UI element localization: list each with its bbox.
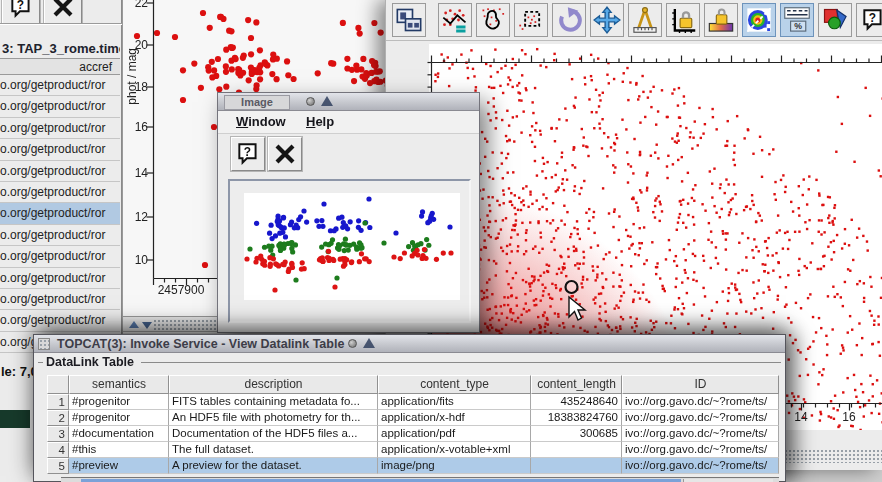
- column-header-id[interactable]: ID: [622, 375, 779, 394]
- table-row[interactable]: o.org/getproduct/ror: [0, 96, 120, 117]
- lock-gradient-button[interactable]: [704, 3, 738, 37]
- table-title: 3: TAP_3_rome.time_: [2, 41, 120, 56]
- help-bubble-button[interactable]: ?: [856, 3, 882, 37]
- cell-content_type[interactable]: application/x-votable+xml: [378, 442, 531, 458]
- cell-semantics[interactable]: #preview: [69, 458, 169, 474]
- cell-description[interactable]: An HDF5 file with photometry for th...: [169, 410, 378, 426]
- y-tick-label: 22: [124, 0, 148, 10]
- close-x-icon: [51, 0, 75, 19]
- cell-id[interactable]: ivo://org.gavo.dc/~?rome/ts/: [622, 458, 779, 474]
- column-header-content_type[interactable]: content_type: [378, 375, 531, 394]
- table-row[interactable]: o.org/getproduct/ror: [0, 161, 120, 182]
- scrollbar-track[interactable]: [784, 449, 882, 463]
- cell-content_type[interactable]: application/pdf: [378, 426, 531, 442]
- menu-window[interactable]: Window: [236, 114, 286, 129]
- row-number: 4: [47, 442, 69, 458]
- column-header-content_length[interactable]: content_length: [531, 375, 622, 394]
- table-row[interactable]: o.org/getproduct/ror: [0, 75, 120, 96]
- column-header-description[interactable]: description: [169, 375, 378, 394]
- column-header-semantics[interactable]: semantics: [69, 375, 169, 394]
- shapes-export-button[interactable]: [818, 3, 852, 37]
- measure-button[interactable]: [628, 3, 662, 37]
- cell-description[interactable]: A preview for the dataset.: [169, 458, 378, 474]
- row-number: 1: [47, 394, 69, 410]
- y-tick-label: 14: [124, 166, 148, 180]
- box-select-button[interactable]: [514, 3, 548, 37]
- window-raise-icon[interactable]: [321, 96, 333, 106]
- heatmap-mode-button[interactable]: [742, 3, 776, 37]
- window-menu-icon[interactable]: [38, 338, 50, 350]
- group-box-label: DataLink Table: [46, 355, 134, 369]
- close-button[interactable]: [44, 0, 82, 24]
- window-raise-icon[interactable]: [363, 338, 375, 348]
- cell-content_length[interactable]: 300685: [531, 426, 622, 442]
- cell-semantics[interactable]: #progenitor: [69, 394, 169, 410]
- fraction-axes-button[interactable]: %: [780, 3, 814, 37]
- svg-text:?: ?: [244, 145, 251, 159]
- cell-content_type[interactable]: application/fits: [378, 394, 531, 410]
- svg-text:%: %: [794, 21, 802, 31]
- y-tick-label: 16: [124, 120, 148, 134]
- row-number: 2: [47, 410, 69, 426]
- table-row[interactable]: o.org/getproduct/ror: [0, 246, 120, 267]
- cell-semantics[interactable]: #progenitor: [69, 410, 169, 426]
- menu-help[interactable]: Help: [306, 114, 334, 129]
- y-tick-label: 10: [124, 253, 148, 267]
- left-table-rows: o.org/getproduct/roro.org/getproduct/ror…: [0, 75, 120, 353]
- plot-toolbar: %?: [386, 0, 882, 41]
- table-row[interactable]: o.org/getproduct/ror: [0, 182, 120, 203]
- cell-description[interactable]: Documentation of the HDF5 files a...: [169, 426, 378, 442]
- window-shade-icon[interactable]: [306, 97, 315, 106]
- row-number: 3: [47, 426, 69, 442]
- blob-select-button[interactable]: [476, 3, 510, 37]
- cell-content_length[interactable]: [531, 442, 622, 458]
- cell-semantics[interactable]: #this: [69, 442, 169, 458]
- column-header-accref[interactable]: accref: [0, 58, 120, 75]
- cell-id[interactable]: ivo://org.gavo.dc/~?rome/ts/: [622, 410, 779, 426]
- image-window-menubar: WindowHelp: [218, 111, 479, 134]
- subset-scatter-button[interactable]: [438, 3, 472, 37]
- replot-button[interactable]: [552, 3, 586, 37]
- image-window-title: Image: [224, 95, 290, 110]
- table-row[interactable]: o.org/getproduct/ror: [0, 225, 120, 246]
- datalink-window: TOPCAT(3): Invoke Service - View Datalin…: [33, 334, 786, 482]
- cell-content_type[interactable]: application/x-hdf: [378, 410, 531, 426]
- cell-content_length[interactable]: 18383824760: [531, 410, 622, 426]
- cell-content_type[interactable]: image/png: [378, 458, 531, 474]
- preview-image: [244, 193, 460, 300]
- close-x-icon: [273, 142, 297, 166]
- datalink-window-title: TOPCAT(3): Invoke Service - View Datalin…: [57, 337, 344, 351]
- cell-id[interactable]: ivo://org.gavo.dc/~?rome/ts/: [622, 442, 779, 458]
- row-number-header: [47, 375, 69, 394]
- help-bubble-icon: ?: [235, 141, 261, 167]
- cell-content_length[interactable]: [531, 458, 622, 474]
- table-row[interactable]: o.org/getproduct/ror: [0, 203, 120, 224]
- help-button[interactable]: ?: [231, 137, 265, 171]
- group-box-border: [38, 362, 43, 363]
- x-axis-tick-label: 2457900: [137, 283, 225, 297]
- table-row[interactable]: o.org/getproduct/ror: [0, 310, 120, 331]
- window-shade-icon[interactable]: [348, 339, 357, 348]
- cell-semantics[interactable]: #documentation: [69, 426, 169, 442]
- cell-description[interactable]: The full dataset.: [169, 442, 378, 458]
- close-button[interactable]: [268, 137, 302, 171]
- svg-text:?: ?: [869, 11, 876, 25]
- toolbar-separator: [0, 23, 122, 25]
- cell-id[interactable]: ivo://org.gavo.dc/~?rome/ts/: [622, 394, 779, 410]
- cell-id[interactable]: ivo://org.gavo.dc/~?rome/ts/: [622, 426, 779, 442]
- pan-button[interactable]: [590, 3, 624, 37]
- mouse-cursor: [562, 276, 602, 326]
- image-window-titlebar[interactable]: Image: [218, 93, 479, 111]
- table-row[interactable]: o.org/getproduct/ror: [0, 118, 120, 139]
- table-row[interactable]: o.org/getproduct/ror: [0, 289, 120, 310]
- help-bubble-icon: ?: [8, 0, 34, 20]
- cell-content_length[interactable]: 435248640: [531, 394, 622, 410]
- y-axis-label: phot / mag: [125, 48, 139, 105]
- datalink-titlebar[interactable]: TOPCAT(3): Invoke Service - View Datalin…: [34, 335, 785, 353]
- plot-window-stack-button[interactable]: [392, 3, 426, 37]
- table-row[interactable]: o.org/getproduct/ror: [0, 139, 120, 160]
- help-button[interactable]: ?: [2, 0, 40, 24]
- table-row[interactable]: o.org/getproduct/ror: [0, 268, 120, 289]
- cell-description[interactable]: FITS tables containing metadata fo...: [169, 394, 378, 410]
- lock-axes-button[interactable]: [666, 3, 700, 37]
